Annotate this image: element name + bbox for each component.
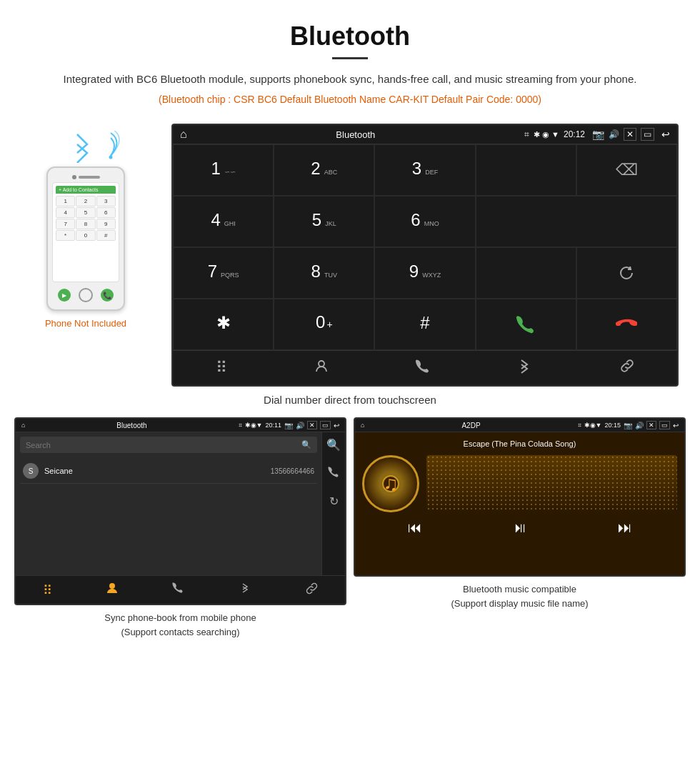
search-bar[interactable]: Search 🔍 (20, 437, 317, 453)
next-track-btn[interactable]: ⏭ (618, 519, 632, 536)
dial-empty-1 (476, 144, 576, 196)
phone-key-8: 8 (76, 219, 95, 229)
pb-nav-call[interactable] (172, 582, 185, 598)
dial-call-green[interactable] (476, 299, 576, 350)
device-status-bar: ⌂ Bluetooth ⌗ ✱ ◉ ▼ 20:12 📷 🔊 ✕ ▭ ↩ (173, 125, 677, 144)
phone-screen-header: + Add to Contacts (56, 186, 116, 194)
pb-refresh-icon[interactable]: ↻ (329, 494, 339, 508)
dial-key-0[interactable]: 0+ (274, 299, 374, 350)
prev-track-btn[interactable]: ⏮ (408, 519, 422, 536)
device-bottom-nav: ⠿ (173, 350, 677, 385)
pb-close-icon[interactable]: ✕ (307, 421, 317, 429)
phone-key-7: 7 (56, 219, 75, 229)
dialpad-grid: 1∽∽ 2ABC 3DEF ⌫ 4GHI 5JKL 6MNO (173, 144, 677, 350)
contact-number: 13566664466 (271, 467, 314, 475)
user-icon (106, 582, 119, 595)
pb-home-icon[interactable]: ⌂ (21, 422, 25, 429)
search-placeholder: Search (26, 441, 51, 449)
music-frame: ⌂ A2DP ⌗ ✱◉▼ 20:15 📷 🔊 ✕ ▭ ↩ Escape (The… (354, 417, 686, 577)
volume-icon[interactable]: 🔊 (609, 129, 619, 139)
main-content: + Add to Contacts 1 2 3 4 5 6 7 8 9 * 0 … (0, 124, 700, 387)
screen-icon[interactable]: ▭ (641, 128, 654, 141)
dial-key-8[interactable]: 8TUV (274, 247, 374, 299)
dial-key-1[interactable]: 1∽∽ (173, 144, 274, 196)
contact-row[interactable]: S Seicane 13566664466 (20, 459, 317, 484)
pb-nav-link[interactable] (305, 582, 318, 598)
nav-call-icon[interactable] (415, 358, 431, 378)
pb-usb-icon: ⌗ (239, 422, 242, 429)
album-art: ♫ (362, 455, 419, 512)
pb-nav-grid[interactable]: ⠿ (43, 582, 52, 598)
music-close-icon[interactable]: ✕ (646, 421, 656, 429)
phone-top-bar (52, 172, 119, 182)
music-screen-icon[interactable]: ▭ (659, 421, 670, 429)
dial-key-hash[interactable]: # (374, 299, 475, 350)
status-time: 20:12 (564, 129, 585, 139)
music-home-icon[interactable]: ⌂ (361, 422, 364, 429)
pb-screen-icon[interactable]: ▭ (320, 421, 331, 429)
pb-volume-icon[interactable]: 🔊 (296, 422, 304, 429)
dial-key-5[interactable]: 5JKL (274, 196, 374, 247)
pb-status-icons: ✱◉▼ (245, 422, 263, 429)
nav-dialpad-icon[interactable]: ⠿ (216, 359, 227, 377)
dial-key-9[interactable]: 9WXYZ (374, 247, 475, 299)
close-icon[interactable]: ✕ (624, 128, 636, 141)
music-camera-icon[interactable]: 📷 (624, 422, 632, 429)
pb-back-icon[interactable]: ↩ (334, 422, 339, 429)
music-status-bar: ⌂ A2DP ⌗ ✱◉▼ 20:15 📷 🔊 ✕ ▭ ↩ (355, 419, 684, 432)
pb-nav-user[interactable] (106, 582, 119, 598)
call-icon (415, 358, 431, 374)
dial-key-star[interactable]: ✱ (173, 299, 274, 350)
page-title: Bluetooth (43, 21, 657, 51)
dial-key-2[interactable]: 2ABC (274, 144, 374, 196)
back-icon[interactable]: ↩ (661, 129, 670, 140)
phone-key-hash: # (96, 230, 116, 241)
phonebook-caption: Sync phone-book from mobile phone (Suppo… (104, 611, 256, 639)
phonebook-status-bar: ⌂ Bluetooth ⌗ ✱◉▼ 20:11 📷 🔊 ✕ ▭ ↩ (16, 419, 345, 432)
camera-icon[interactable]: 📷 (592, 129, 604, 140)
home-icon[interactable]: ⌂ (180, 128, 187, 141)
phone-key-star: * (56, 230, 75, 241)
nav-contacts-icon[interactable] (314, 358, 329, 378)
phonebook-frame: ⌂ Bluetooth ⌗ ✱◉▼ 20:11 📷 🔊 ✕ ▭ ↩ Search… (14, 417, 346, 605)
music-visualizer (426, 455, 677, 512)
call-green-icon (515, 314, 536, 335)
phone-dialpad: 1 2 3 4 5 6 7 8 9 * 0 # (56, 196, 116, 241)
music-screenshot: ⌂ A2DP ⌗ ✱◉▼ 20:15 📷 🔊 ✕ ▭ ↩ Escape (The… (354, 417, 686, 639)
search-icon[interactable]: 🔍 (301, 440, 311, 449)
dial-key-6[interactable]: 6MNO (374, 196, 475, 247)
pb-camera-icon[interactable]: 📷 (284, 422, 293, 429)
visualizer-dots (426, 455, 677, 512)
phone-camera (72, 175, 76, 179)
play-pause-btn[interactable]: ⏯ (513, 519, 527, 536)
dial-refresh[interactable] (576, 247, 677, 299)
dial-backspace[interactable]: ⌫ (576, 144, 677, 196)
pb-phone-icon[interactable] (328, 466, 339, 480)
page-description: Integrated with BC6 Bluetooth module, su… (43, 71, 657, 88)
phone-side: + Add to Contacts 1 2 3 4 5 6 7 8 9 * 0 … (14, 124, 157, 329)
pb-search-icon[interactable]: 🔍 (326, 438, 341, 452)
phone-key-9: 9 (96, 219, 116, 229)
dial-call-red[interactable] (576, 299, 677, 350)
music-back-icon[interactable]: ↩ (673, 422, 679, 429)
bottom-screenshots: ⌂ Bluetooth ⌗ ✱◉▼ 20:11 📷 🔊 ✕ ▭ ↩ Search… (0, 417, 700, 646)
nav-bluetooth-icon[interactable] (516, 358, 532, 378)
phone-key-4: 4 (56, 207, 75, 218)
music-volume-icon[interactable]: 🔊 (635, 422, 644, 429)
dial-key-4[interactable]: 4GHI (173, 196, 274, 247)
phone-key-3: 3 (96, 196, 116, 207)
music-caption: Bluetooth music compatible (Support disp… (451, 582, 588, 610)
link-icon (619, 358, 634, 374)
svg-point-2 (109, 583, 115, 589)
dial-empty-3 (476, 247, 576, 299)
phone-key-0: 0 (76, 230, 95, 241)
music-note-icon: ♫ (384, 472, 399, 495)
contact-name: Seicane (44, 467, 265, 475)
phone-call-icon (328, 466, 339, 477)
phone-bottom: ▶ 📞 (52, 285, 119, 305)
dial-key-7[interactable]: 7PQRS (173, 247, 274, 299)
pb-nav-bt[interactable] (239, 582, 251, 598)
phonebook-bottom-nav: ⠿ (16, 575, 345, 604)
nav-link-icon[interactable] (619, 358, 634, 378)
dial-key-3[interactable]: 3DEF (374, 144, 475, 196)
